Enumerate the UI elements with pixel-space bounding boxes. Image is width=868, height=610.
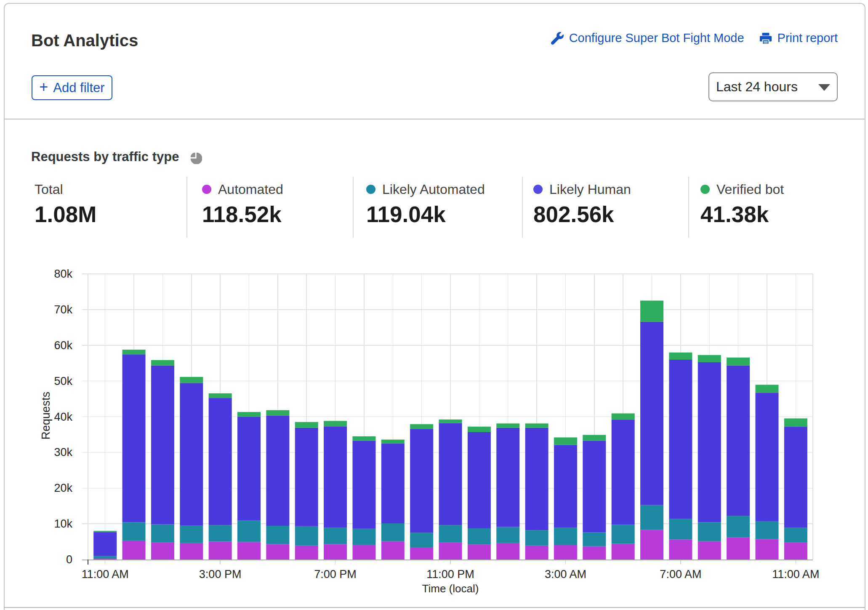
svg-text:7:00 PM: 7:00 PM: [314, 568, 357, 581]
svg-text:11:00 PM: 11:00 PM: [426, 568, 474, 581]
svg-text:7:00 AM: 7:00 AM: [660, 568, 701, 581]
svg-text:80k: 80k: [54, 268, 72, 280]
svg-text:Time (local): Time (local): [422, 582, 479, 595]
svg-text:70k: 70k: [54, 303, 72, 316]
svg-text:3:00 AM: 3:00 AM: [545, 568, 586, 581]
svg-text:3:00 PM: 3:00 PM: [199, 568, 242, 581]
svg-text:0: 0: [66, 553, 72, 566]
svg-text:Requests: Requests: [40, 392, 52, 440]
svg-text:11:00 AM: 11:00 AM: [82, 568, 129, 581]
svg-text:20k: 20k: [54, 482, 72, 494]
svg-text:50k: 50k: [54, 375, 72, 387]
svg-text:60k: 60k: [54, 339, 72, 352]
svg-text:40k: 40k: [54, 411, 72, 423]
svg-text:11:00 AM: 11:00 AM: [772, 568, 819, 581]
svg-text:10k: 10k: [54, 517, 72, 530]
svg-text:30k: 30k: [54, 446, 72, 459]
